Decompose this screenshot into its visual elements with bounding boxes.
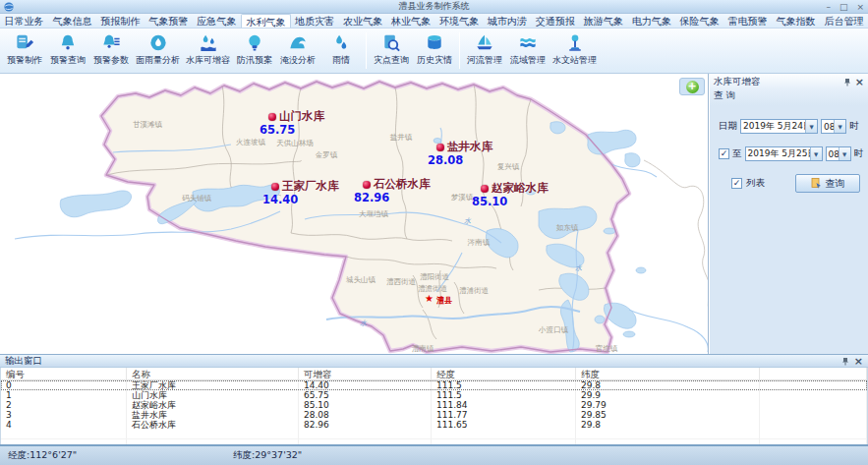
column-header-4[interactable]: 经度 bbox=[432, 368, 576, 379]
menu-tab-16[interactable]: 雷电预警 bbox=[723, 14, 772, 28]
table-cell: 王家厂水库 bbox=[127, 380, 299, 390]
toolbar-button-label: 河流管理 bbox=[467, 54, 502, 67]
alert-search-icon bbox=[57, 31, 79, 53]
menu-tab-3[interactable]: 预报制作 bbox=[96, 14, 145, 28]
toolbar-button[interactable]: 灾点查询 bbox=[370, 29, 413, 72]
table-row[interactable]: 3盐井水库28.08111.7729.85 bbox=[1, 410, 867, 420]
toolbar-button-label: 水库可增容 bbox=[186, 54, 230, 67]
chevron-down-icon[interactable]: ▼ bbox=[810, 147, 822, 160]
toolbar-button[interactable]: 淹没分析 bbox=[276, 29, 319, 72]
menu-tab-13[interactable]: 旅游气象 bbox=[579, 14, 627, 28]
town-label: 澧阳街道 bbox=[420, 272, 449, 282]
column-header-filler bbox=[760, 368, 867, 379]
hydro-station-icon bbox=[564, 31, 586, 53]
county-seat-star-icon: ★ bbox=[425, 294, 434, 304]
chevron-down-icon[interactable]: ▼ bbox=[839, 147, 850, 160]
column-header-3[interactable]: 可增容 bbox=[299, 368, 432, 379]
table-header: 编号名称可增容经度纬度 bbox=[1, 368, 867, 380]
panel-tab-query[interactable]: 查 询 bbox=[710, 88, 868, 105]
reservoir-marker-icon[interactable] bbox=[363, 181, 371, 189]
menu-tab-9[interactable]: 林业气象 bbox=[387, 14, 435, 28]
town-label: 澧浦街道 bbox=[459, 286, 489, 296]
town-label: 澧西街道 bbox=[386, 277, 416, 287]
list-checkbox[interactable]: ✓ bbox=[731, 178, 742, 189]
chevron-down-icon[interactable]: ▼ bbox=[834, 120, 845, 133]
toolbar-button[interactable]: 流域管理 bbox=[506, 29, 550, 72]
output-table: 编号名称可增容经度纬度 0王家厂水库14.40111.529.81山门水库65.… bbox=[0, 368, 868, 444]
toolbar-button-label: 流域管理 bbox=[510, 54, 546, 67]
column-header-1[interactable]: 编号 bbox=[1, 368, 127, 379]
menu-tab-4[interactable]: 气象预警 bbox=[145, 14, 193, 28]
date-from-dropdown[interactable]: 2019年 5月24日 ▼ bbox=[740, 119, 818, 134]
map-zoom-button[interactable]: + bbox=[679, 78, 705, 95]
reservoir-marker-icon[interactable] bbox=[436, 144, 444, 151]
pin-icon[interactable] bbox=[843, 78, 851, 87]
reservoir-marker-icon[interactable] bbox=[481, 185, 489, 193]
toolbar-button[interactable]: 历史灾情 bbox=[413, 29, 456, 72]
toolbar-button[interactable]: 雨情 bbox=[319, 29, 363, 72]
toolbar-button[interactable]: 河流管理 bbox=[463, 29, 506, 72]
to-checkbox[interactable]: ✓ bbox=[719, 148, 729, 159]
table-cell: 29.8 bbox=[576, 420, 760, 430]
menu-tab-12[interactable]: 交通预报 bbox=[531, 14, 579, 28]
toolbar-button[interactable]: 水库可增容 bbox=[183, 29, 233, 72]
date-to-dropdown[interactable]: 2019年 5月25日 ▼ bbox=[745, 146, 823, 161]
toolbar-separator bbox=[366, 32, 367, 69]
column-header-2[interactable]: 名称 bbox=[127, 368, 299, 379]
menu-tab-14[interactable]: 电力气象 bbox=[627, 14, 675, 28]
toolbar-button-label: 防汛预案 bbox=[237, 54, 272, 67]
toolbar-button-label: 灾点查询 bbox=[374, 54, 409, 67]
rain-icon bbox=[330, 31, 352, 53]
toolbar-button[interactable]: 水文站管理 bbox=[550, 29, 600, 72]
status-bar: 经度:112°6'27" 纬度:29°37'32" bbox=[0, 444, 868, 465]
reservoir-name-label: 王家厂水库 bbox=[282, 179, 339, 194]
history-icon bbox=[424, 31, 445, 53]
toolbar-button[interactable]: 预警制作 bbox=[3, 29, 46, 72]
close-button[interactable]: × bbox=[856, 2, 864, 12]
reservoir-marker-icon[interactable] bbox=[268, 113, 276, 121]
table-row[interactable]: 1山门水库65.75111.529.9 bbox=[1, 390, 867, 400]
table-row[interactable]: 4石公桥水库82.96111.6529.8 bbox=[1, 420, 867, 430]
toolbar-separator bbox=[459, 32, 460, 69]
menu-tab-6[interactable]: 水利气象 bbox=[241, 14, 291, 28]
minimize-button[interactable]: – bbox=[826, 2, 831, 12]
panel-close-icon[interactable]: × bbox=[855, 78, 864, 87]
toolbar-button[interactable]: 预警参数 bbox=[89, 29, 133, 72]
menu-tab-11[interactable]: 城市内涝 bbox=[483, 14, 531, 28]
menu-tab-15[interactable]: 保险气象 bbox=[675, 14, 723, 28]
table-row[interactable]: 2赵家峪水库85.10111.8429.79 bbox=[1, 400, 867, 410]
map-area[interactable]: 水水水 甘溪滩镇火连坡镇天供山林场金罗镇盐井镇复兴镇码头铺镇梦溪镇大堰垱镇如东镇… bbox=[0, 74, 709, 354]
query-button[interactable]: 查询 bbox=[795, 174, 860, 193]
toolbar-button-label: 淹没分析 bbox=[280, 54, 316, 67]
town-label: 甘溪滩镇 bbox=[133, 120, 162, 130]
table-cell: 29.79 bbox=[576, 400, 760, 410]
pin-icon[interactable] bbox=[841, 357, 849, 366]
hour-to-dropdown[interactable]: 08 ▼ bbox=[826, 146, 851, 161]
reservoir-name-label: 石公桥水库 bbox=[374, 177, 431, 192]
menu-tab-1[interactable]: 日常业务 bbox=[0, 14, 48, 28]
menu-tab-2[interactable]: 气象信息 bbox=[48, 14, 96, 28]
table-cell: 1 bbox=[1, 390, 127, 400]
reservoir-marker-icon[interactable] bbox=[271, 183, 279, 191]
chevron-down-icon[interactable]: ▼ bbox=[805, 120, 817, 133]
table-cell-filler bbox=[760, 400, 867, 410]
toolbar-button[interactable]: 面雨量分析 bbox=[133, 29, 183, 72]
zoom-plus-icon[interactable]: + bbox=[686, 81, 699, 93]
menu-tab-8[interactable]: 农业气象 bbox=[339, 14, 387, 28]
output-close-icon[interactable]: × bbox=[854, 357, 863, 366]
toolbar-button[interactable]: 预警查询 bbox=[46, 29, 89, 72]
menu-tab-17[interactable]: 气象指数 bbox=[772, 14, 820, 28]
menu-tab-18[interactable]: 后台管理 bbox=[820, 14, 868, 28]
menu-tab-10[interactable]: 环境气象 bbox=[434, 14, 483, 28]
reservoir-value-label: 65.75 bbox=[260, 123, 295, 137]
menu-tab-7[interactable]: 地质灾害 bbox=[291, 14, 339, 28]
hour-unit-label: 时 bbox=[849, 120, 859, 133]
menu-tab-5[interactable]: 应急气象 bbox=[193, 14, 241, 28]
hour-from-dropdown[interactable]: 08 ▼ bbox=[821, 119, 846, 134]
maximize-button[interactable]: □ bbox=[839, 2, 848, 12]
table-row[interactable]: 0王家厂水库14.40111.529.8 bbox=[1, 380, 867, 390]
hour-unit-label: 时 bbox=[854, 147, 864, 160]
column-header-5[interactable]: 纬度 bbox=[576, 368, 760, 379]
toolbar-button[interactable]: 防汛预案 bbox=[233, 29, 276, 72]
reservoir-icon bbox=[198, 31, 219, 53]
